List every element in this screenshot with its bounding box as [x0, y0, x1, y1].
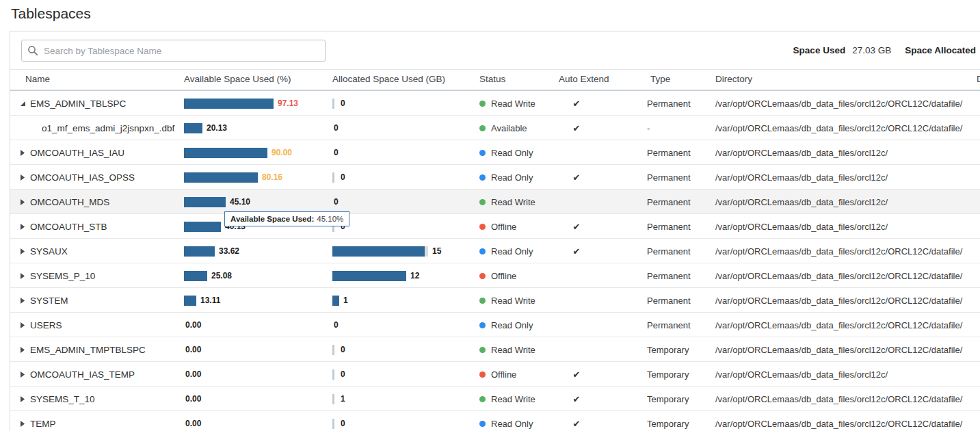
- tablespace-name: SYSTEM: [30, 296, 68, 306]
- table-row[interactable]: SYSTEM13.111Read WritePermanent/var/opt/…: [10, 288, 980, 313]
- tablespace-name: TEMP: [30, 419, 56, 429]
- expand-caret-icon[interactable]: [20, 273, 26, 279]
- column-header-type[interactable]: Type: [650, 69, 670, 90]
- available-space-bar: [184, 197, 226, 207]
- collapse-caret-icon[interactable]: [20, 101, 26, 107]
- column-header-allocated[interactable]: Allocated Space Used (GB): [332, 69, 445, 90]
- allocated-space-value: 0: [341, 172, 345, 182]
- directory-path: /var/opt/ORCLemaas/db_data_files/orcl12c…: [715, 345, 962, 355]
- type-cell: Permanent: [647, 313, 715, 337]
- table-row[interactable]: SYSEMS_T_100.001Read Write✔Temporary/var…: [10, 387, 980, 411]
- status-dot-icon: [479, 273, 486, 279]
- directory-path: /var/opt/ORCLemaas/db_data_files/orcl12c…: [715, 123, 962, 133]
- directory-path: /var/opt/ORCLemaas/db_data_files/orcl12c…: [715, 394, 962, 404]
- available-space-cell: 0.00: [184, 387, 332, 411]
- tablespace-name: OMCOAUTH_MDS: [30, 197, 109, 207]
- table-body: EMS_ADMIN_TBLSPC97.130Read Write✔Permane…: [10, 91, 980, 431]
- type-cell: Permanent: [647, 165, 715, 190]
- expand-caret-icon[interactable]: [20, 298, 26, 304]
- available-space-cell: 80.16: [184, 165, 332, 190]
- tablespaces-page: Tablespaces Space Used 27.03 GB Space Al…: [0, 0, 980, 431]
- available-space-cell: 25.08: [184, 263, 332, 288]
- directory-cell: /var/opt/ORCLemaas/db_data_files/orcl12c…: [715, 91, 979, 116]
- status-dot-icon: [479, 248, 486, 254]
- status-cell: Available: [479, 116, 558, 140]
- tablespace-name-cell: OMCOAUTH_IAS_IAU: [10, 140, 184, 165]
- allocated-space-value: 0: [334, 197, 339, 207]
- available-space-cell: 97.13: [184, 91, 332, 116]
- expand-caret-icon[interactable]: [20, 174, 26, 181]
- table-row[interactable]: EMS_ADMIN_TBLSPC97.130Read Write✔Permane…: [10, 91, 980, 116]
- directory-path: /var/opt/ORCLemaas/db_data_files/orcl12c…: [715, 296, 962, 306]
- column-header-name[interactable]: Name: [25, 69, 50, 90]
- tablespace-name-cell: OMCOAUTH_STB: [10, 214, 184, 239]
- tablespace-name: EMS_ADMIN_TMPTBLSPC: [30, 345, 146, 355]
- auto-extend-cell: [556, 313, 597, 337]
- table-row[interactable]: EMS_ADMIN_TMPTBLSPC0.000Read WriteTempor…: [10, 337, 980, 362]
- allocated-space-value: 0: [341, 419, 345, 428]
- status-dot-icon: [479, 125, 486, 131]
- status-cell: Read Write: [479, 288, 558, 313]
- column-header-status[interactable]: Status: [479, 69, 505, 90]
- directory-cell: /var/opt/ORCLemaas/db_data_files/orcl12c…: [715, 190, 979, 214]
- status-text: Read Only: [491, 419, 533, 429]
- auto-extend-cell: [556, 337, 597, 362]
- type-cell: Permanent: [647, 91, 715, 116]
- table-row[interactable]: OMCOAUTH_IAS_TEMP0.000Offline✔Temporary/…: [10, 362, 980, 387]
- directory-cell: /var/opt/ORCLemaas/db_data_files/orcl12c…: [715, 140, 979, 165]
- tablespace-name: EMS_ADMIN_TBLSPC: [30, 99, 126, 109]
- directory-cell: /var/opt/ORCLemaas/db_data_files/orcl12c…: [715, 214, 979, 239]
- directory-path: /var/opt/ORCLemaas/db_data_files/orcl12c…: [715, 419, 962, 429]
- column-header-directory[interactable]: Directory: [715, 69, 752, 90]
- expand-caret-icon[interactable]: [20, 371, 26, 378]
- available-space-bar: [184, 271, 207, 281]
- column-header-truncated[interactable]: D: [977, 69, 980, 90]
- available-space-value: 45.10: [230, 197, 250, 207]
- table-row[interactable]: SYSAUX33.6215Read Only✔Permanent/var/opt…: [10, 239, 980, 263]
- allocated-space-cell: 0: [332, 140, 479, 165]
- table-row[interactable]: OMCOAUTH_IAS_IAU90.000Read OnlyPermanent…: [10, 140, 980, 165]
- status-text: Available: [491, 123, 527, 133]
- check-icon: ✔: [573, 246, 581, 257]
- expand-caret-icon[interactable]: [20, 224, 26, 230]
- expand-caret-icon[interactable]: [20, 347, 26, 353]
- search-input[interactable]: [21, 40, 326, 62]
- table-row[interactable]: OMCOAUTH_STB40.130Offline✔Permanent/var/…: [10, 214, 980, 239]
- expand-caret-icon[interactable]: [20, 150, 26, 156]
- type-cell: Permanent: [647, 288, 715, 313]
- allocated-space-bar: [332, 172, 334, 183]
- column-header-available[interactable]: Available Space Used (%): [184, 69, 291, 90]
- allocated-space-cell: 0: [332, 214, 479, 239]
- allocated-space-cell: 0: [332, 337, 479, 362]
- status-text: Offline: [491, 222, 516, 232]
- table-row[interactable]: USERS0.000Read OnlyPermanent/var/opt/ORC…: [10, 313, 980, 337]
- directory-path: /var/opt/ORCLemaas/db_data_files/orcl12c…: [715, 246, 962, 257]
- table-row[interactable]: OMCOAUTH_IAS_OPSS80.160Read Only✔Permane…: [10, 165, 980, 190]
- auto-extend-cell: ✔: [556, 239, 597, 263]
- auto-extend-cell: [556, 263, 597, 288]
- allocated-space-bar: [332, 345, 334, 355]
- allocated-space-value: 15: [432, 246, 441, 256]
- available-space-cell: 0.00: [184, 411, 332, 431]
- table-row[interactable]: SYSEMS_P_1025.0812OfflinePermanent/var/o…: [10, 263, 980, 288]
- tablespace-name-cell: EMS_ADMIN_TBLSPC: [10, 91, 184, 116]
- column-header-auto-extend[interactable]: Auto Extend: [559, 69, 609, 90]
- expand-caret-icon[interactable]: [20, 421, 26, 427]
- tablespaces-panel: Space Used 27.03 GB Space Allocated Name…: [10, 31, 980, 431]
- tablespace-name-cell: SYSAUX: [10, 239, 184, 263]
- expand-caret-icon[interactable]: [20, 396, 26, 402]
- tooltip-value: 45.10%: [317, 215, 343, 223]
- table-row[interactable]: o1_mf_ems_admi_j2jsnpxn_.dbf20.130Availa…: [10, 116, 980, 140]
- status-cell: Offline: [479, 263, 558, 288]
- status-text: Read Write: [491, 296, 535, 306]
- space-summary: Space Used 27.03 GB Space Allocated: [793, 45, 976, 55]
- expand-caret-icon[interactable]: [20, 248, 26, 254]
- type-cell: Permanent: [647, 190, 715, 214]
- search-icon: [27, 45, 38, 56]
- expand-caret-icon[interactable]: [20, 199, 26, 205]
- type-cell: -: [647, 116, 715, 140]
- expand-caret-icon[interactable]: [20, 322, 26, 328]
- status-cell: Read Write: [479, 387, 558, 411]
- table-row[interactable]: TEMP0.000Read Only✔Temporary/var/opt/ORC…: [10, 411, 980, 431]
- table-row[interactable]: OMCOAUTH_MDS45.100Read WritePermanent/va…: [10, 190, 980, 214]
